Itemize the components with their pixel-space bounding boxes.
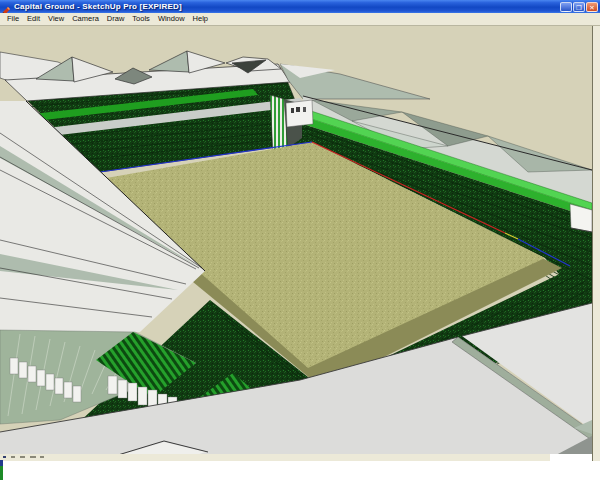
stadium-model[interactable] bbox=[0, 26, 592, 454]
menu-help[interactable]: Help bbox=[189, 13, 212, 25]
bottom-area bbox=[0, 461, 600, 480]
east-corner-sign-box bbox=[286, 100, 313, 127]
status-speck bbox=[30, 456, 36, 458]
menu-file[interactable]: File bbox=[3, 13, 23, 25]
status-bar bbox=[0, 454, 550, 461]
window-title: Capital Ground - SketchUp Pro [EXPIRED] bbox=[14, 0, 182, 13]
window-right-margin bbox=[592, 26, 600, 461]
cropped-ui-sliver bbox=[0, 460, 3, 480]
sketchup-app-icon bbox=[2, 2, 11, 11]
3d-viewport[interactable] bbox=[0, 26, 592, 454]
close-button[interactable]: ✕ bbox=[586, 2, 598, 12]
sketchup-window: Capital Ground - SketchUp Pro [EXPIRED] … bbox=[0, 0, 600, 480]
bottom-area-right bbox=[550, 454, 592, 461]
menu-window[interactable]: Window bbox=[154, 13, 189, 25]
status-speck bbox=[3, 456, 6, 458]
menu-edit[interactable]: Edit bbox=[23, 13, 44, 25]
window-controls: _ ❐ ✕ bbox=[560, 2, 600, 12]
restore-button[interactable]: ❐ bbox=[573, 2, 585, 12]
menu-view[interactable]: View bbox=[44, 13, 68, 25]
titlebar[interactable]: Capital Ground - SketchUp Pro [EXPIRED] … bbox=[0, 0, 600, 13]
menu-camera[interactable]: Camera bbox=[68, 13, 103, 25]
menu-bar: File Edit View Camera Draw Tools Window … bbox=[0, 13, 600, 26]
status-speck bbox=[40, 456, 44, 458]
minimize-button[interactable]: _ bbox=[560, 2, 572, 12]
status-speck bbox=[20, 456, 25, 458]
menu-tools[interactable]: Tools bbox=[128, 13, 154, 25]
menu-draw[interactable]: Draw bbox=[103, 13, 129, 25]
status-speck bbox=[11, 456, 15, 458]
